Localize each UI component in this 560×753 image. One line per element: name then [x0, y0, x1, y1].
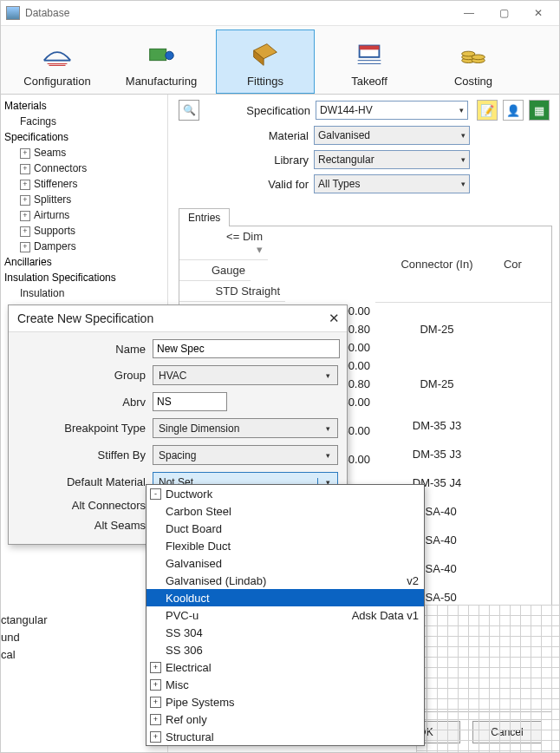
expand-icon[interactable]: +: [20, 148, 30, 159]
chevron-down-icon: ▾: [459, 106, 464, 115]
chevron-down-icon: ▾: [321, 371, 335, 380]
specification-combo[interactable]: DW144-HV▾: [316, 101, 468, 120]
costing-icon: [457, 40, 490, 69]
dropdown-item-tag: v2: [407, 574, 419, 587]
dropdown-item[interactable]: PVC-uAdsk Data v1: [147, 606, 424, 624]
tab-costing[interactable]: Costing: [424, 29, 523, 94]
tree-item-facings[interactable]: Facings: [4, 114, 164, 129]
notes-icon[interactable]: 📝: [477, 100, 498, 121]
label-specification: Specification: [217, 104, 310, 117]
library-combo[interactable]: Rectangular▾: [314, 150, 470, 169]
dropdown-item-label: Ductwork: [166, 488, 212, 501]
dropdown-item-label: SS 306: [166, 644, 203, 657]
dropdown-item-label: Pipe Systems: [166, 696, 234, 709]
tree-item-stiffeners[interactable]: +Stiffeners: [4, 176, 164, 192]
sheet-icon[interactable]: ▦: [529, 100, 550, 121]
ribbon: Configuration Manufacturing Fittings Tak…: [1, 26, 559, 95]
dropdown-item-label: PVC-u: [166, 609, 199, 622]
svg-point-1: [166, 51, 174, 59]
sort-icon[interactable]: ▾: [185, 243, 263, 256]
drawing-grid: [416, 605, 559, 752]
name-input[interactable]: [153, 339, 340, 358]
expand-icon[interactable]: +: [20, 164, 30, 174]
dropdown-item[interactable]: Galvanised (Lindab)v2: [147, 572, 424, 589]
expand-icon[interactable]: +: [20, 242, 30, 252]
dropdown-item[interactable]: Flexible Duct: [147, 537, 424, 554]
dropdown-item[interactable]: +Misc: [147, 676, 424, 693]
dropdown-item[interactable]: -Ductwork: [147, 485, 424, 502]
svg-rect-0: [150, 49, 166, 60]
dropdown-item-label: SS 304: [166, 626, 203, 639]
dropdown-item[interactable]: SS 306: [147, 641, 424, 658]
dropdown-item-label: Misc: [166, 678, 189, 691]
tree-item-dampers[interactable]: +Dampers: [4, 239, 164, 254]
tree-item-specifications[interactable]: Specifications: [4, 129, 164, 145]
dropdown-item-label: Electrical: [166, 661, 212, 674]
expand-icon[interactable]: +: [20, 180, 30, 190]
dropdown-item[interactable]: +Structural: [147, 728, 424, 745]
tree-item-seams[interactable]: +Seams: [4, 145, 164, 160]
dropdown-item[interactable]: Galvanised: [147, 554, 424, 572]
expand-icon[interactable]: +: [150, 714, 161, 725]
tab-label: Costing: [454, 75, 492, 88]
tab-label: Takeoff: [351, 75, 387, 88]
dropdown-item-label: Galvanised (Lindab): [166, 574, 266, 587]
entries-tab[interactable]: Entries: [179, 208, 230, 226]
minimize-button[interactable]: —: [452, 1, 486, 25]
expand-icon[interactable]: +: [150, 662, 161, 673]
dropdown-item[interactable]: +Ref only: [147, 710, 424, 728]
expand-icon[interactable]: +: [20, 226, 30, 237]
expand-icon[interactable]: +: [150, 697, 161, 708]
label-default-material: Default Material: [16, 475, 146, 488]
dialog-title: Create New Specification: [17, 311, 153, 325]
tab-configuration[interactable]: Configuration: [8, 29, 107, 94]
search-icon[interactable]: 🔍: [179, 100, 199, 121]
manufacturing-icon: [145, 40, 178, 69]
material-dropdown[interactable]: -DuctworkCarbon SteelDuct BoardFlexible …: [146, 484, 425, 746]
dropdown-item[interactable]: Koolduct: [147, 589, 424, 606]
maximize-button[interactable]: ▢: [486, 1, 521, 25]
stiffen-combo[interactable]: Spacing▾: [153, 445, 338, 465]
expand-icon[interactable]: +: [20, 211, 30, 221]
expand-icon[interactable]: -: [150, 488, 161, 500]
dropdown-item-label: Carbon Steel: [166, 505, 231, 518]
group-combo[interactable]: HVAC▾: [153, 365, 338, 385]
tree-item-ancillaries[interactable]: Ancillaries: [4, 254, 164, 270]
close-icon[interactable]: ✕: [329, 311, 340, 326]
user-icon[interactable]: 👤: [503, 100, 524, 121]
svg-rect-5: [360, 46, 380, 50]
dropdown-item[interactable]: SS 304: [147, 624, 424, 641]
tree-item-insulation[interactable]: Insulation: [4, 285, 164, 301]
abrv-input[interactable]: [153, 392, 227, 411]
dropdown-item[interactable]: +Pipe Systems: [147, 693, 424, 710]
label-abrv: Abrv: [16, 396, 146, 409]
tree-item-materials[interactable]: Materials: [4, 98, 164, 114]
tab-label: Configuration: [23, 75, 90, 88]
label-name: Name: [16, 343, 146, 356]
svg-point-10: [472, 55, 485, 60]
expand-icon[interactable]: +: [150, 679, 161, 691]
label-material: Material: [215, 129, 309, 142]
fittings-icon: [249, 40, 282, 69]
dropdown-item[interactable]: +Electrical: [147, 658, 424, 676]
tree-item-splitters[interactable]: +Splitters: [4, 192, 164, 207]
tab-takeoff[interactable]: Takeoff: [320, 29, 419, 94]
chevron-down-icon: ▾: [461, 131, 466, 140]
expand-icon[interactable]: +: [20, 195, 30, 206]
tab-manufacturing[interactable]: Manufacturing: [112, 29, 211, 94]
tree-item-airturns[interactable]: +Airturns: [4, 207, 164, 223]
tab-fittings[interactable]: Fittings: [216, 29, 315, 94]
dropdown-item-tag: Adsk Data v1: [352, 609, 419, 622]
tree-item-supports[interactable]: +Supports: [4, 223, 164, 239]
tree-item-connectors[interactable]: +Connectors: [4, 160, 164, 176]
dropdown-item-label: Duct Board: [166, 522, 222, 535]
close-button[interactable]: ✕: [521, 1, 556, 25]
tree-item-insulation-specs[interactable]: Insulation Specifications: [4, 270, 164, 285]
validfor-combo[interactable]: All Types▾: [314, 174, 470, 193]
dropdown-item[interactable]: Duct Board: [147, 520, 424, 537]
material-combo[interactable]: Galvanised▾: [314, 126, 470, 145]
breakpoint-combo[interactable]: Single Dimension▾: [153, 418, 338, 438]
expand-icon[interactable]: +: [150, 731, 161, 743]
dropdown-item[interactable]: Carbon Steel: [147, 502, 424, 520]
dropdown-item-label: Structural: [166, 730, 214, 743]
